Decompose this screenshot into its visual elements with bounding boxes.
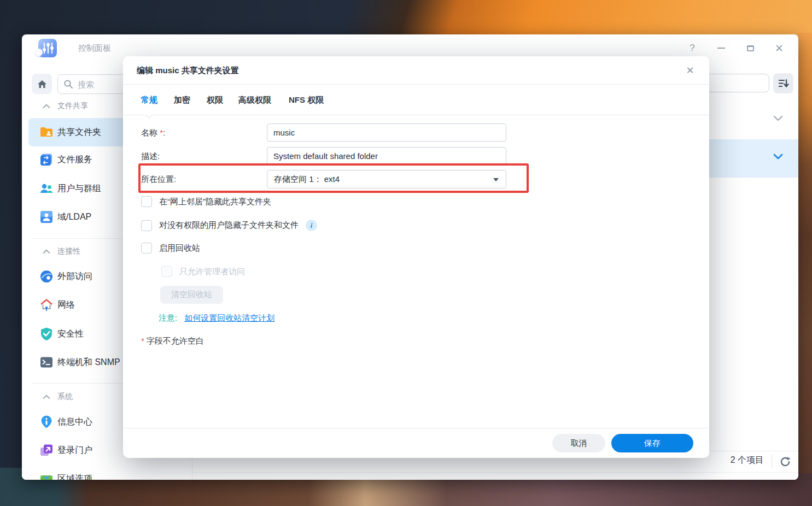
regional-options-icon bbox=[39, 472, 54, 480]
note-label: 注意: bbox=[159, 313, 177, 323]
external-access-icon bbox=[39, 269, 54, 284]
section-connectivity[interactable]: 连接性 bbox=[43, 245, 80, 257]
maximize-button[interactable] bbox=[743, 41, 757, 55]
sidebar-item-label: 区域选项 bbox=[57, 473, 92, 480]
description-label: 描述: bbox=[141, 151, 160, 162]
search-icon bbox=[63, 79, 73, 89]
window-controls: ? ✕ bbox=[685, 41, 786, 55]
dialog-header: 编辑 music 共享文件夹设置 ✕ bbox=[123, 56, 709, 85]
sidebar-item-label: 文件服务 bbox=[57, 154, 92, 166]
statusbar-divider bbox=[772, 455, 772, 469]
sidebar-item-label: 用户与群组 bbox=[57, 183, 101, 195]
dialog-title: 编辑 music 共享文件夹设置 bbox=[137, 66, 239, 76]
file-services-icon bbox=[39, 152, 54, 167]
login-portal-icon bbox=[39, 443, 54, 457]
save-button[interactable]: 保存 bbox=[611, 434, 693, 452]
chevron-up-icon bbox=[43, 395, 50, 399]
section-file-sharing[interactable]: 文件共享 bbox=[43, 100, 88, 112]
dropdown-caret-icon bbox=[493, 178, 499, 181]
control-panel-icon bbox=[38, 39, 57, 57]
dialog-footer: 取消 保存 bbox=[123, 428, 709, 458]
dialog-tabs: 常规 加密 权限 高级权限 NFS 权限 bbox=[123, 85, 709, 115]
hide-for-unauthorized-checkbox[interactable] bbox=[141, 220, 152, 231]
admin-only-checkbox bbox=[161, 266, 172, 277]
home-button[interactable] bbox=[32, 74, 52, 94]
recycle-schedule-link[interactable]: 如何设置回收站清空计划 bbox=[184, 313, 274, 323]
close-dialog-button[interactable]: ✕ bbox=[683, 63, 697, 78]
hide-in-network-row: 在“网上邻居”隐藏此共享文件夹 bbox=[141, 196, 271, 207]
sidebar-item-label: 安全性 bbox=[57, 328, 84, 340]
location-select[interactable]: 存储空间 1： ext4 bbox=[267, 170, 506, 189]
desktop-wallpaper-right bbox=[798, 33, 812, 473]
section-label: 文件共享 bbox=[57, 101, 88, 111]
tab-advanced-permissions[interactable]: 高级权限 bbox=[238, 85, 271, 115]
chevron-up-icon bbox=[43, 104, 50, 109]
close-window-button[interactable]: ✕ bbox=[772, 41, 786, 55]
security-shield-icon bbox=[39, 327, 54, 341]
description-input[interactable] bbox=[267, 147, 506, 165]
tab-encryption[interactable]: 加密 bbox=[174, 85, 190, 115]
network-icon bbox=[39, 298, 54, 312]
user-group-icon bbox=[39, 181, 54, 196]
location-value: 存储空间 1： ext4 bbox=[274, 174, 340, 185]
chevron-up-icon bbox=[43, 249, 50, 254]
required-footnote: * 字段不允许空白 bbox=[141, 336, 204, 346]
edit-shared-folder-dialog: 编辑 music 共享文件夹设置 ✕ 常规 加密 权限 高级权限 NFS 权限 … bbox=[123, 56, 709, 458]
sidebar-item-label: 共享文件夹 bbox=[57, 127, 101, 138]
section-system[interactable]: 系统 bbox=[43, 391, 73, 403]
info-icon[interactable]: i bbox=[306, 220, 317, 231]
sidebar-item-label: 域/LDAP bbox=[57, 211, 91, 223]
hide-for-unauthorized-row: 对没有权限的用户隐藏子文件夹和文件 i bbox=[141, 220, 317, 231]
checkbox-label: 启用回收站 bbox=[159, 243, 200, 254]
enable-recycle-checkbox[interactable] bbox=[141, 243, 152, 254]
chevron-down-icon[interactable] bbox=[773, 154, 783, 160]
icon-knob bbox=[35, 49, 43, 56]
checkbox-label: 在“网上邻居”隐藏此共享文件夹 bbox=[159, 197, 271, 207]
sidebar-item-label: 网络 bbox=[57, 299, 75, 311]
minimize-button[interactable] bbox=[714, 41, 728, 55]
sidebar-item-label: 信息中心 bbox=[57, 416, 92, 428]
statusbar-bottom-border bbox=[192, 472, 798, 473]
tab-permissions[interactable]: 权限 bbox=[207, 85, 223, 115]
sidebar-item-regional-options[interactable]: 区域选项 bbox=[28, 464, 186, 480]
sidebar-item-label: 登录门户 bbox=[57, 445, 92, 456]
name-input[interactable] bbox=[267, 123, 506, 142]
domain-ldap-icon bbox=[39, 210, 54, 224]
chevron-down-icon[interactable] bbox=[773, 115, 783, 121]
checkbox-label: 对没有权限的用户隐藏子文件夹和文件 bbox=[159, 220, 299, 231]
home-icon bbox=[37, 79, 48, 90]
sort-button[interactable] bbox=[773, 73, 793, 93]
hide-in-network-checkbox[interactable] bbox=[141, 196, 152, 207]
name-label: 名称 *: bbox=[141, 128, 165, 138]
section-label: 连接性 bbox=[57, 246, 80, 256]
location-label: 所在位置: bbox=[141, 174, 176, 185]
info-center-icon bbox=[39, 415, 54, 429]
empty-recycle-button: 清空回收站 bbox=[160, 286, 223, 304]
checkbox-label: 只允许管理者访问 bbox=[179, 267, 245, 277]
tab-general[interactable]: 常规 bbox=[141, 85, 157, 115]
note-row: 注意: 如何设置回收站清空计划 bbox=[159, 313, 274, 323]
admin-only-row: 只允许管理者访问 bbox=[161, 266, 245, 277]
help-button[interactable]: ? bbox=[685, 41, 699, 55]
section-label: 系统 bbox=[57, 392, 73, 402]
items-count: 2 个项目 bbox=[701, 455, 764, 466]
tab-nfs-permissions[interactable]: NFS 权限 bbox=[289, 85, 324, 115]
shared-folder-icon bbox=[39, 125, 54, 139]
window-title: 控制面板 bbox=[78, 43, 111, 54]
terminal-icon bbox=[39, 355, 54, 369]
cancel-button[interactable]: 取消 bbox=[552, 434, 605, 452]
refresh-button[interactable] bbox=[778, 455, 793, 469]
refresh-icon bbox=[779, 456, 791, 468]
sidebar-item-label: 外部访问 bbox=[57, 271, 92, 283]
sort-icon bbox=[778, 79, 789, 89]
enable-recycle-row: 启用回收站 bbox=[141, 243, 200, 254]
sidebar-item-label: 终端机和 SNMP bbox=[57, 357, 120, 368]
